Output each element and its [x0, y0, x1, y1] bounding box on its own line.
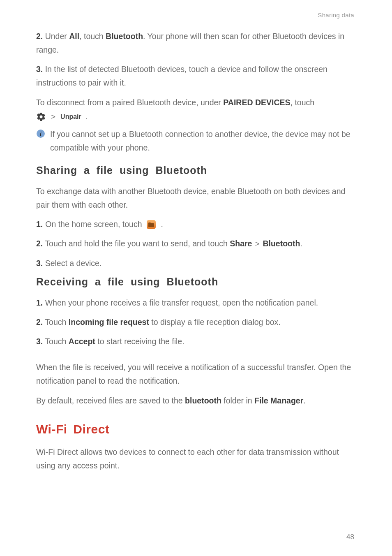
receiving-p2-mid: folder in: [221, 396, 254, 405]
sharing-s2-share: Share: [230, 239, 252, 248]
sharing-step-1: 1. On the home screen, touch .: [36, 218, 356, 231]
sharing-intro: To exchange data with another Bluetooth …: [36, 185, 356, 212]
receiving-s2-num: 2.: [36, 317, 43, 327]
sharing-s2-bt: Bluetooth: [263, 239, 300, 248]
receiving-s3-accept: Accept: [69, 337, 95, 346]
folder-icon: [146, 219, 157, 230]
sharing-s2-num: 2.: [36, 239, 43, 248]
unpair-label: Unpair: [60, 113, 81, 120]
receiving-step-1: 1. When your phone receives a file trans…: [36, 296, 356, 310]
receiving-p2-fm: File Manager: [254, 396, 303, 405]
step-2-all: All: [69, 32, 79, 41]
step-2-bluetooth: Bluetooth: [106, 32, 143, 41]
receiving-p2-bluetooth: bluetooth: [185, 396, 221, 405]
step-2: 2. Under All, touch Bluetooth. Your phon…: [36, 30, 356, 57]
step-3-num: 3.: [36, 65, 43, 74]
receiving-p2-period: .: [303, 396, 305, 405]
page-content: 2. Under All, touch Bluetooth. Your phon…: [36, 30, 356, 473]
step-2-pre: Under: [43, 32, 69, 41]
receiving-s2-post: to display a file reception dialog box.: [149, 317, 281, 327]
receiving-s3-post: to start receiving the file.: [95, 337, 184, 346]
sharing-s1-num: 1.: [36, 218, 43, 231]
page-header-label: Sharing data: [318, 12, 354, 19]
disconnect-para: To disconnect from a paired Bluetooth de…: [36, 96, 356, 109]
receiving-p2-pre: By default, received files are saved to …: [36, 396, 185, 405]
sharing-s2-period: .: [300, 239, 302, 248]
info-text: If you cannot set up a Bluetooth connect…: [50, 127, 356, 155]
sharing-s3-text: Select a device.: [43, 259, 101, 268]
sharing-s2-pre: Touch and hold the file you want to send…: [43, 239, 230, 248]
heading-wifi-direct: Wi-Fi Direct: [36, 422, 356, 436]
sharing-s1-pre: On the home screen, touch: [45, 218, 142, 231]
receiving-s3-pre: Touch: [43, 337, 69, 346]
heading-sharing: Sharing a file using Bluetooth: [36, 164, 356, 176]
receiving-s1-num: 1.: [36, 298, 43, 307]
unpair-period: .: [85, 113, 87, 120]
info-block: i If you cannot set up a Bluetooth conne…: [36, 127, 356, 155]
sharing-s3-num: 3.: [36, 259, 43, 268]
receiving-p2: By default, received files are saved to …: [36, 394, 356, 408]
disconnect-post: , touch: [291, 98, 315, 107]
receiving-s2-pre: Touch: [43, 317, 69, 327]
unpair-row: > Unpair.: [36, 112, 356, 122]
sharing-step-3: 3. Select a device.: [36, 257, 356, 270]
sharing-s2-gt: >: [255, 239, 260, 248]
wifi-intro: Wi-Fi Direct allows two devices to conne…: [36, 445, 356, 473]
unpair-gt: >: [51, 112, 55, 121]
receiving-s3-num: 3.: [36, 337, 43, 346]
step-2-num: 2.: [36, 32, 43, 41]
svg-text:i: i: [40, 131, 42, 137]
receiving-s2-incoming: Incoming file request: [69, 317, 149, 327]
step-2-mid: , touch: [79, 32, 106, 41]
info-icon: i: [36, 129, 45, 138]
page-number: 48: [346, 533, 354, 541]
step-3: 3. In the list of detected Bluetooth dev…: [36, 63, 356, 90]
receiving-s1-text: When your phone receives a file transfer…: [43, 298, 318, 307]
receiving-step-3: 3. Touch Accept to start receiving the f…: [36, 335, 356, 348]
heading-receiving: Receiving a file using Bluetooth: [36, 276, 356, 288]
disconnect-pre: To disconnect from a paired Bluetooth de…: [36, 98, 223, 107]
receiving-step-2: 2. Touch Incoming file request to displa…: [36, 315, 356, 329]
sharing-step-2: 2. Touch and hold the file you want to s…: [36, 237, 356, 250]
receiving-p1: When the file is received, you will rece…: [36, 361, 356, 388]
svg-rect-3: [148, 224, 154, 227]
step-3-text: In the list of detected Bluetooth device…: [36, 65, 327, 87]
sharing-s1-period: .: [161, 218, 163, 231]
gear-icon: [36, 112, 46, 122]
disconnect-paired: PAIRED DEVICES: [223, 98, 290, 107]
